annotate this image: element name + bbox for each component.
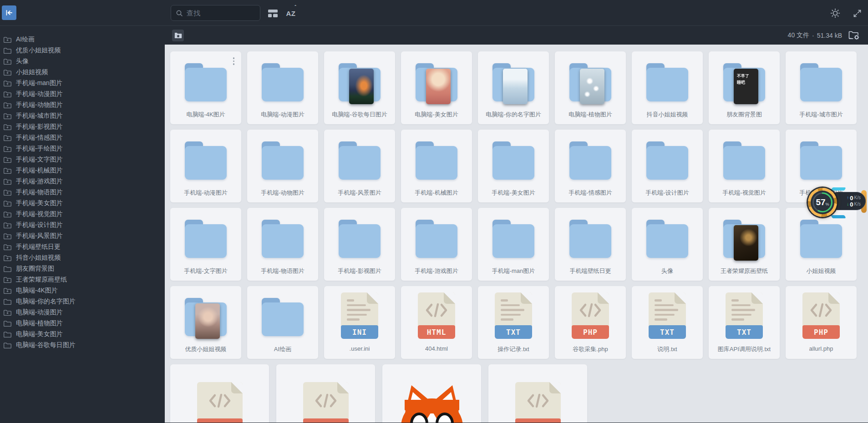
- grid-item-folder[interactable]: 手机端-视觉图片: [709, 130, 780, 202]
- sidebar-item[interactable]: 手机端-机械图片: [0, 165, 165, 176]
- folder-settings-button[interactable]: [848, 30, 860, 40]
- code-glyph: [527, 393, 549, 408]
- item-name-label: 手机端-man图片: [492, 267, 535, 275]
- grid-item-file[interactable]: HTML 404.html: [401, 286, 472, 359]
- sidebar-item[interactable]: 王者荣耀原画壁纸: [0, 274, 165, 285]
- grid-item-file[interactable]: PHP 谷歌采集.php: [555, 286, 626, 359]
- fullscreen-button[interactable]: [851, 8, 863, 19]
- sidebar-item[interactable]: 手机端-城市图片: [0, 111, 165, 121]
- grid-item-folder[interactable]: 优质小姐姐视频: [170, 286, 241, 359]
- sidebar-item[interactable]: 手机端-手绘图片: [0, 143, 165, 154]
- grid-item-folder[interactable]: AI绘画: [247, 286, 318, 359]
- sidebar-item[interactable]: 头像: [0, 56, 165, 67]
- sidebar-item[interactable]: 手机端-情感图片: [0, 132, 165, 143]
- sidebar-item-label: 小姐姐视频: [16, 68, 48, 76]
- grid-item-folder[interactable]: 电脑端-你的名字图片: [478, 51, 549, 124]
- sidebar-item[interactable]: 电脑端-谷歌每日图片: [0, 340, 165, 351]
- sidebar-item[interactable]: AI绘画: [0, 34, 165, 45]
- grid-item-file[interactable]: PHP allurl.php: [786, 286, 857, 359]
- folder-icon-wrap: [339, 214, 381, 262]
- item-name-label: 抖音小姐姐视频: [647, 111, 688, 119]
- sidebar-item-label: 手机端-物语图片: [16, 188, 63, 196]
- sidebar-item[interactable]: 小姐姐视频: [0, 67, 165, 78]
- home-breadcrumb-button[interactable]: [172, 30, 184, 41]
- grid-item-image[interactable]: [382, 364, 481, 423]
- sidebar-item[interactable]: 手机端-动漫图片: [0, 89, 165, 100]
- grid-item-folder[interactable]: 手机端-设计图片: [632, 130, 703, 202]
- grid-item-file[interactable]: TXT 图库API调用说明.txt: [709, 286, 780, 359]
- grid-item-folder[interactable]: 手机端-动漫图片: [170, 130, 241, 202]
- sidebar-item[interactable]: 手机端-游戏图片: [0, 176, 165, 187]
- sidebar-item[interactable]: 手机端-动物图片: [0, 100, 165, 111]
- grid-item-file[interactable]: [170, 364, 269, 423]
- file-icon: PHP: [802, 292, 840, 339]
- grid-item-folder[interactable]: 手机端壁纸日更: [555, 208, 626, 281]
- sidebar-item[interactable]: 手机端-视觉图片: [0, 209, 165, 220]
- grid-item-folder[interactable]: 手机端-风景图片: [324, 130, 395, 202]
- item-menu-button[interactable]: [232, 56, 236, 66]
- grid-item-file[interactable]: INI .user.ini: [324, 286, 395, 359]
- sidebar-item[interactable]: 抖音小姐姐视频: [0, 252, 165, 263]
- sidebar-item[interactable]: 手机端-影视图片: [0, 121, 165, 132]
- grid-item-file[interactable]: [488, 364, 587, 423]
- grid-item-folder[interactable]: 电脑端-谷歌每日图片: [324, 51, 395, 124]
- sidebar-item[interactable]: 手机端-设计图片: [0, 220, 165, 231]
- sidebar-item[interactable]: 手机端-美女图片: [0, 198, 165, 209]
- grid-item-folder[interactable]: 手机端-情感图片: [555, 130, 626, 202]
- download-progress-circle[interactable]: 57 %: [808, 188, 837, 217]
- sidebar-item[interactable]: 手机端-物语图片: [0, 187, 165, 198]
- sidebar-item[interactable]: 手机端-风景图片: [0, 231, 165, 242]
- sidebar-item[interactable]: 手机端壁纸日更: [0, 242, 165, 252]
- stats-separator: ·: [812, 32, 814, 39]
- grid-item-folder[interactable]: 手机端-游戏图片: [401, 208, 472, 281]
- search-input[interactable]: [187, 9, 250, 17]
- sidebar-item[interactable]: 电脑端-植物图片: [0, 318, 165, 329]
- code-glyph: [579, 302, 602, 318]
- sidebar-item[interactable]: 朋友圈背景图: [0, 263, 165, 274]
- sidebar-item[interactable]: 电脑端-美女图片: [0, 329, 165, 340]
- grid-item-folder[interactable]: 手机端-机械图片: [401, 130, 472, 202]
- item-name-label: 手机端-物语图片: [261, 267, 304, 275]
- grid-item-folder[interactable]: 头像: [632, 208, 703, 281]
- file-icon: HTML: [418, 292, 455, 339]
- sort-alphabetical-button[interactable]: ˆ AZ: [285, 8, 297, 19]
- theme-toggle-button[interactable]: [829, 8, 841, 19]
- sidebar-item[interactable]: 电脑端-动漫图片: [0, 307, 165, 318]
- grid-item-folder[interactable]: 手机端-man图片: [478, 208, 549, 281]
- grid-item-file[interactable]: [276, 364, 375, 423]
- grid-item-folder[interactable]: 抖音小姐姐视频: [632, 51, 703, 124]
- code-glyph: [810, 302, 832, 318]
- folder-icon: [339, 220, 381, 258]
- grid-item-folder[interactable]: 手机端-影视图片: [324, 208, 395, 281]
- item-name-label: 手机端-设计图片: [645, 189, 689, 197]
- download-speed-value: 0: [850, 201, 853, 207]
- sidebar-item[interactable]: 手机端-文字图片: [0, 154, 165, 165]
- grid-item-folder[interactable]: 手机端-美女图片: [478, 130, 549, 202]
- sidebar-item-label: 优质小姐姐视频: [16, 46, 61, 55]
- grid-item-folder[interactable]: 电脑端-植物图片: [555, 51, 626, 124]
- grid-item-folder[interactable]: 电脑端-动漫图片: [247, 51, 318, 124]
- sidebar-item[interactable]: 手机端-man图片: [0, 78, 165, 89]
- plus-icon: [7, 279, 9, 281]
- folder-icon: [4, 102, 11, 109]
- grid-item-folder[interactable]: 电脑端-美女图片: [401, 51, 472, 124]
- grid-item-folder[interactable]: 手机端-物语图片: [247, 208, 318, 281]
- search-icon: [176, 10, 183, 17]
- grid-item-folder[interactable]: 电脑端-4K图片: [170, 51, 241, 124]
- file-icon-wrap: [515, 382, 561, 423]
- grid-item-folder[interactable]: 不早了 睡吧 朋友圈背景图: [709, 51, 780, 124]
- grid-item-file[interactable]: TXT 操作记录.txt: [478, 286, 549, 359]
- view-toggle-button[interactable]: [267, 8, 279, 19]
- grid-item-folder[interactable]: 王者荣耀原画壁纸: [709, 208, 780, 281]
- grid-item-file[interactable]: TXT 说明.txt: [632, 286, 703, 359]
- grid-item-folder[interactable]: 手机端-文字图片: [170, 208, 241, 281]
- collapse-sidebar-button[interactable]: [2, 5, 16, 20]
- sidebar-item[interactable]: 电脑端-你的名字图片: [0, 296, 165, 307]
- grid-item-folder[interactable]: 手机端-城市图片: [786, 51, 857, 124]
- grid-item-folder[interactable]: 手机端-动物图片: [247, 130, 318, 202]
- sidebar-item[interactable]: 优质小姐姐视频: [0, 45, 165, 56]
- plus-icon: [7, 214, 9, 216]
- download-speed-unit: K/s: [854, 202, 861, 206]
- search-box[interactable]: [171, 5, 260, 21]
- sidebar-item[interactable]: 电脑端-4K图片: [0, 285, 165, 296]
